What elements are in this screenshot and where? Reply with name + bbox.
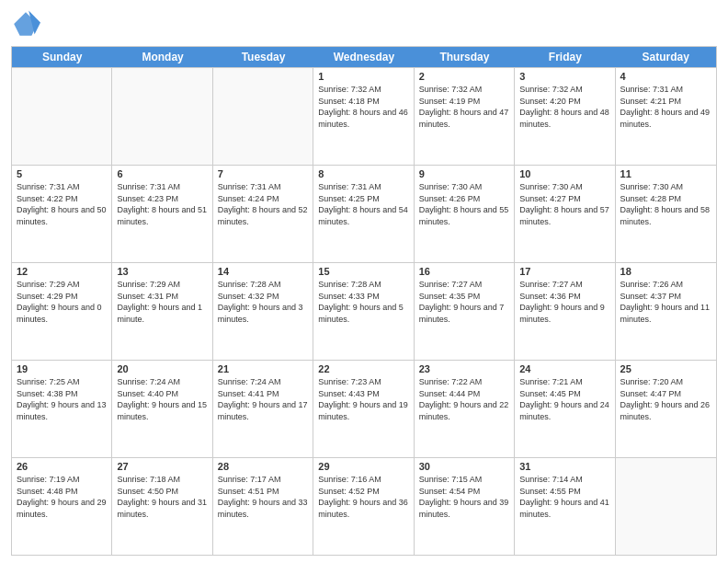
cell-content: Sunrise: 7:24 AM Sunset: 4:41 PM Dayligh… <box>218 376 308 422</box>
day-cell-27: 27Sunrise: 7:18 AM Sunset: 4:50 PM Dayli… <box>112 458 212 555</box>
header-day-friday: Friday <box>515 47 615 67</box>
cell-content: Sunrise: 7:17 AM Sunset: 4:51 PM Dayligh… <box>218 474 308 520</box>
day-number: 25 <box>620 363 711 374</box>
header-day-thursday: Thursday <box>415 47 515 67</box>
day-cell-14: 14Sunrise: 7:28 AM Sunset: 4:32 PM Dayli… <box>213 263 313 360</box>
day-number: 12 <box>17 266 107 277</box>
cell-content: Sunrise: 7:31 AM Sunset: 4:25 PM Dayligh… <box>318 181 408 227</box>
cell-content: Sunrise: 7:31 AM Sunset: 4:24 PM Dayligh… <box>218 181 308 227</box>
cell-content: Sunrise: 7:21 AM Sunset: 4:45 PM Dayligh… <box>519 376 609 422</box>
empty-cell <box>213 68 313 165</box>
day-cell-1: 1Sunrise: 7:32 AM Sunset: 4:18 PM Daylig… <box>313 68 414 165</box>
cell-content: Sunrise: 7:23 AM Sunset: 4:43 PM Dayligh… <box>318 376 408 422</box>
cell-content: Sunrise: 7:27 AM Sunset: 4:35 PM Dayligh… <box>419 279 509 325</box>
day-cell-5: 5Sunrise: 7:31 AM Sunset: 4:22 PM Daylig… <box>12 166 112 262</box>
day-number: 5 <box>17 168 107 179</box>
day-number: 18 <box>620 266 711 277</box>
cell-content: Sunrise: 7:26 AM Sunset: 4:37 PM Dayligh… <box>620 279 711 325</box>
header-day-monday: Monday <box>112 47 212 67</box>
day-number: 21 <box>218 363 308 374</box>
day-number: 15 <box>318 266 408 277</box>
day-number: 4 <box>620 71 711 82</box>
day-number: 26 <box>17 461 107 472</box>
day-cell-31: 31Sunrise: 7:14 AM Sunset: 4:55 PM Dayli… <box>515 458 615 555</box>
day-cell-26: 26Sunrise: 7:19 AM Sunset: 4:48 PM Dayli… <box>12 458 112 555</box>
cell-content: Sunrise: 7:30 AM Sunset: 4:27 PM Dayligh… <box>519 181 609 227</box>
day-cell-23: 23Sunrise: 7:22 AM Sunset: 4:44 PM Dayli… <box>415 361 515 457</box>
calendar-row-2: 12Sunrise: 7:29 AM Sunset: 4:29 PM Dayli… <box>12 262 716 360</box>
cell-content: Sunrise: 7:14 AM Sunset: 4:55 PM Dayligh… <box>519 474 609 520</box>
day-cell-3: 3Sunrise: 7:32 AM Sunset: 4:20 PM Daylig… <box>515 68 615 165</box>
day-number: 31 <box>519 461 609 472</box>
cell-content: Sunrise: 7:16 AM Sunset: 4:52 PM Dayligh… <box>318 474 408 520</box>
page-container: SundayMondayTuesdayWednesdayThursdayFrid… <box>0 0 728 563</box>
cell-content: Sunrise: 7:20 AM Sunset: 4:47 PM Dayligh… <box>620 376 711 422</box>
day-cell-6: 6Sunrise: 7:31 AM Sunset: 4:23 PM Daylig… <box>112 166 212 262</box>
cell-content: Sunrise: 7:31 AM Sunset: 4:22 PM Dayligh… <box>17 181 107 227</box>
cell-content: Sunrise: 7:28 AM Sunset: 4:32 PM Dayligh… <box>218 279 308 325</box>
cell-content: Sunrise: 7:31 AM Sunset: 4:23 PM Dayligh… <box>117 181 207 227</box>
cell-content: Sunrise: 7:32 AM Sunset: 4:19 PM Dayligh… <box>419 84 509 130</box>
day-cell-8: 8Sunrise: 7:31 AM Sunset: 4:25 PM Daylig… <box>313 166 414 262</box>
empty-cell <box>616 458 716 555</box>
day-number: 20 <box>117 363 207 374</box>
cell-content: Sunrise: 7:15 AM Sunset: 4:54 PM Dayligh… <box>419 474 509 520</box>
day-cell-20: 20Sunrise: 7:24 AM Sunset: 4:40 PM Dayli… <box>112 361 212 457</box>
header-day-saturday: Saturday <box>616 47 716 67</box>
day-number: 1 <box>318 71 408 82</box>
day-cell-16: 16Sunrise: 7:27 AM Sunset: 4:35 PM Dayli… <box>415 263 515 360</box>
day-number: 7 <box>218 168 308 179</box>
header <box>11 9 717 39</box>
header-day-sunday: Sunday <box>12 47 112 67</box>
calendar: SundayMondayTuesdayWednesdayThursdayFrid… <box>11 46 717 556</box>
day-number: 6 <box>117 168 207 179</box>
day-number: 30 <box>419 461 509 472</box>
day-cell-18: 18Sunrise: 7:26 AM Sunset: 4:37 PM Dayli… <box>616 263 716 360</box>
cell-content: Sunrise: 7:24 AM Sunset: 4:40 PM Dayligh… <box>117 376 207 422</box>
cell-content: Sunrise: 7:22 AM Sunset: 4:44 PM Dayligh… <box>419 376 509 422</box>
calendar-row-3: 19Sunrise: 7:25 AM Sunset: 4:38 PM Dayli… <box>12 360 716 457</box>
day-number: 28 <box>218 461 308 472</box>
calendar-header: SundayMondayTuesdayWednesdayThursdayFrid… <box>12 47 716 67</box>
day-number: 8 <box>318 168 408 179</box>
day-number: 19 <box>17 363 107 374</box>
empty-cell <box>12 68 112 165</box>
day-number: 16 <box>419 266 509 277</box>
day-cell-22: 22Sunrise: 7:23 AM Sunset: 4:43 PM Dayli… <box>313 361 414 457</box>
day-number: 3 <box>519 71 609 82</box>
cell-content: Sunrise: 7:19 AM Sunset: 4:48 PM Dayligh… <box>17 474 107 520</box>
day-cell-2: 2Sunrise: 7:32 AM Sunset: 4:19 PM Daylig… <box>415 68 515 165</box>
day-cell-24: 24Sunrise: 7:21 AM Sunset: 4:45 PM Dayli… <box>515 361 615 457</box>
day-cell-15: 15Sunrise: 7:28 AM Sunset: 4:33 PM Dayli… <box>313 263 414 360</box>
day-cell-25: 25Sunrise: 7:20 AM Sunset: 4:47 PM Dayli… <box>616 361 716 457</box>
cell-content: Sunrise: 7:29 AM Sunset: 4:31 PM Dayligh… <box>117 279 207 325</box>
cell-content: Sunrise: 7:32 AM Sunset: 4:20 PM Dayligh… <box>519 84 609 130</box>
day-cell-19: 19Sunrise: 7:25 AM Sunset: 4:38 PM Dayli… <box>12 361 112 457</box>
cell-content: Sunrise: 7:32 AM Sunset: 4:18 PM Dayligh… <box>318 84 408 130</box>
calendar-row-0: 1Sunrise: 7:32 AM Sunset: 4:18 PM Daylig… <box>12 67 716 165</box>
cell-content: Sunrise: 7:27 AM Sunset: 4:36 PM Dayligh… <box>519 279 609 325</box>
calendar-body: 1Sunrise: 7:32 AM Sunset: 4:18 PM Daylig… <box>12 67 716 555</box>
cell-content: Sunrise: 7:30 AM Sunset: 4:26 PM Dayligh… <box>419 181 509 227</box>
day-number: 2 <box>419 71 509 82</box>
day-cell-9: 9Sunrise: 7:30 AM Sunset: 4:26 PM Daylig… <box>415 166 515 262</box>
cell-content: Sunrise: 7:28 AM Sunset: 4:33 PM Dayligh… <box>318 279 408 325</box>
day-number: 14 <box>218 266 308 277</box>
calendar-row-4: 26Sunrise: 7:19 AM Sunset: 4:48 PM Dayli… <box>12 457 716 555</box>
header-day-wednesday: Wednesday <box>313 47 414 67</box>
day-number: 24 <box>519 363 609 374</box>
logo <box>11 9 44 39</box>
empty-cell <box>112 68 212 165</box>
day-cell-10: 10Sunrise: 7:30 AM Sunset: 4:27 PM Dayli… <box>515 166 615 262</box>
logo-icon <box>11 9 40 39</box>
cell-content: Sunrise: 7:29 AM Sunset: 4:29 PM Dayligh… <box>17 279 107 325</box>
header-day-tuesday: Tuesday <box>213 47 313 67</box>
cell-content: Sunrise: 7:18 AM Sunset: 4:50 PM Dayligh… <box>117 474 207 520</box>
day-cell-30: 30Sunrise: 7:15 AM Sunset: 4:54 PM Dayli… <box>415 458 515 555</box>
calendar-row-1: 5Sunrise: 7:31 AM Sunset: 4:22 PM Daylig… <box>12 165 716 262</box>
day-number: 10 <box>519 168 609 179</box>
day-cell-7: 7Sunrise: 7:31 AM Sunset: 4:24 PM Daylig… <box>213 166 313 262</box>
day-cell-17: 17Sunrise: 7:27 AM Sunset: 4:36 PM Dayli… <box>515 263 615 360</box>
day-number: 17 <box>519 266 609 277</box>
cell-content: Sunrise: 7:30 AM Sunset: 4:28 PM Dayligh… <box>620 181 711 227</box>
